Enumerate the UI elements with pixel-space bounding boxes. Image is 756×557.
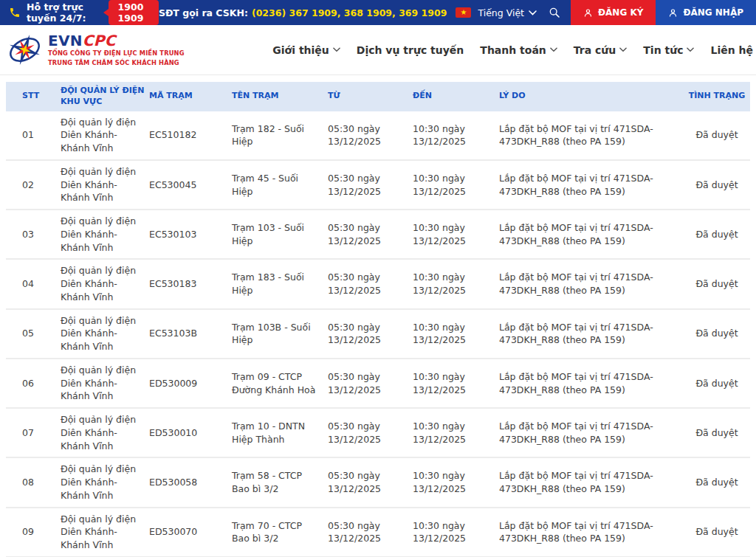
table-row: 04 Đội quản lý điện Diên Khánh-Khánh Vĩn…: [6, 260, 750, 309]
nav-item-label: Tra cứu: [574, 44, 616, 56]
outage-table: STT ĐỘI QUẢN LÝ ĐIỆN KHU VỰC MÃ TRẠM TÊN…: [6, 82, 750, 557]
col-header-reason: LÝ DO: [499, 87, 684, 105]
cell-team: Đội quản lý điện Diên Khánh-Khánh Vĩnh: [61, 413, 149, 452]
cell-station-code: EC530183: [149, 277, 232, 291]
cell-to: 10:30 ngày 13/12/2025: [413, 172, 499, 198]
cell-to: 10:30 ngày 13/12/2025: [413, 519, 499, 546]
cell-station-name: Trạm 103 - Suối Hiệp: [232, 221, 328, 248]
cell-to: 10:30 ngày 13/12/2025: [413, 122, 499, 149]
logo[interactable]: EVNCPC TỔNG CÔNG TY ĐIỆN LỰC MIỀN TRUNG …: [7, 32, 185, 67]
chevron-down-icon: [333, 47, 340, 52]
cell-station-code: EC530045: [149, 179, 232, 192]
cell-from: 05:30 ngày 13/12/2025: [328, 370, 413, 397]
nav-item-tin-tuc[interactable]: Tin tức: [643, 44, 694, 56]
nav-item-gioi-thieu[interactable]: Giới thiệu: [272, 44, 340, 56]
cell-from: 05:30 ngày 13/12/2025: [328, 469, 413, 496]
cell-from: 05:30 ngày 13/12/2025: [328, 321, 413, 347]
status-badge: Đã duyệt: [684, 476, 750, 489]
table-row: 03 Đội quản lý điện Diên Khánh-Khánh Vĩn…: [6, 210, 750, 260]
cell-team: Đội quản lý điện Diên Khánh-Khánh Vĩnh: [61, 264, 149, 303]
cell-station-name: Trạm 183 - Suối Hiệp: [232, 271, 328, 297]
col-header-from: TỪ: [328, 87, 413, 105]
register-button[interactable]: ĐĂNG KÝ: [571, 0, 656, 25]
cell-stt: 01: [22, 128, 61, 142]
nav-item-lien-he[interactable]: Liên hệ: [710, 44, 753, 56]
support-area: Hỗ trợ trực tuyến 24/7: 1900 1909: [9, 0, 159, 25]
support-label: Hỗ trợ trực tuyến 24/7:: [27, 1, 95, 24]
cell-station-name: Trạm 09 - CTCP Đường Khánh Hoà: [232, 370, 328, 397]
status-badge: Đã duyệt: [684, 277, 750, 291]
nav-item-label: Dịch vụ trực tuyến: [357, 44, 464, 56]
topbar: Hỗ trợ trực tuyến 24/7: 1900 1909 SĐT gọ…: [0, 0, 756, 25]
cell-team: Đội quản lý điện Diên Khánh-Khánh Vĩnh: [61, 215, 149, 254]
col-header-code: MÃ TRẠM: [149, 87, 232, 105]
cell-station-name: Trạm 58 - CTCP Bao bì 3/2: [232, 469, 328, 496]
cskh-info: SĐT gọi ra CSKH: (0236) 367 1909, 368 19…: [159, 7, 447, 18]
cell-reason: Lắp đặt bộ MOF tại vị trí 471SDA-473DKH_…: [499, 321, 684, 347]
chevron-down-icon: [619, 47, 627, 52]
cell-stt: 06: [22, 377, 61, 390]
main-nav: Giới thiệu Dịch vụ trực tuyến Thanh toán…: [272, 44, 756, 56]
search-icon[interactable]: [549, 7, 560, 18]
status-badge: Đã duyệt: [684, 525, 750, 539]
hotline-badge[interactable]: 1900 1909: [109, 0, 159, 25]
cskh-numbers: (0236) 367 1909, 368 1909, 369 1909: [252, 7, 447, 18]
cell-stt: 05: [22, 327, 61, 340]
cell-reason: Lắp đặt bộ MOF tại vị trí 471SDA-473DKH_…: [499, 271, 684, 297]
cell-team: Đội quản lý điện Diên Khánh-Khánh Vĩnh: [61, 463, 149, 502]
cell-station-name: Trạm 103B - Suối Hiệp: [232, 321, 328, 347]
cell-to: 10:30 ngày 13/12/2025: [413, 271, 499, 297]
language-selector[interactable]: Tiếng Việt: [478, 7, 537, 18]
cell-team: Đội quản lý điện Diên Khánh-Khánh Vĩnh: [61, 116, 149, 155]
table-row: 09 Đội quản lý điện Diên Khánh-Khánh Vĩn…: [6, 508, 750, 557]
nav-item-label: Liên hệ: [710, 44, 753, 56]
user-icon: [668, 8, 678, 18]
cell-to: 10:30 ngày 13/12/2025: [413, 469, 499, 496]
cell-station-code: EC510182: [149, 128, 232, 142]
table-row: 07 Đội quản lý điện Diên Khánh-Khánh Vĩn…: [6, 409, 750, 458]
site-header: EVNCPC TỔNG CÔNG TY ĐIỆN LỰC MIỀN TRUNG …: [0, 25, 756, 75]
table-row: 02 Đội quản lý điện Diên Khánh-Khánh Vĩn…: [6, 161, 750, 210]
cell-reason: Lắp đặt bộ MOF tại vị trí 471SDA-473DKH_…: [499, 221, 684, 248]
register-label: ĐĂNG KÝ: [598, 7, 643, 18]
nav-item-dich-vu-truc-tuyen[interactable]: Dịch vụ trực tuyến: [357, 44, 464, 56]
evn-logo-mark-icon: [7, 32, 42, 67]
cell-from: 05:30 ngày 13/12/2025: [328, 271, 413, 297]
table-body: 01 Đội quản lý điện Diên Khánh-Khánh Vĩn…: [6, 111, 750, 557]
cell-station-name: Trạm 182 - Suối Hiệp: [232, 122, 328, 149]
cell-stt: 07: [22, 426, 61, 440]
cell-reason: Lắp đặt bộ MOF tại vị trí 471SDA-473DKH_…: [499, 519, 684, 546]
cell-from: 05:30 ngày 13/12/2025: [328, 221, 413, 248]
cell-station-code: EC53103B: [149, 327, 232, 340]
brand-cpc: CPC: [83, 32, 116, 49]
user-icon: [583, 8, 593, 18]
cell-station-code: ED530070: [149, 525, 232, 539]
status-badge: Đã duyệt: [684, 228, 750, 241]
col-header-station: TÊN TRẠM: [232, 87, 328, 105]
cell-reason: Lắp đặt bộ MOF tại vị trí 471SDA-473DKH_…: [499, 420, 684, 446]
nav-item-thanh-toan[interactable]: Thanh toán: [480, 44, 557, 56]
cell-station-name: Trạm 10 - DNTN Hiệp Thành: [232, 420, 328, 446]
chevron-down-icon: [529, 10, 537, 15]
nav-item-label: Giới thiệu: [272, 44, 329, 56]
cell-reason: Lắp đặt bộ MOF tại vị trí 471SDA-473DKH_…: [499, 172, 684, 198]
vietnam-flag-icon[interactable]: ★: [456, 7, 471, 18]
nav-item-label: Tin tức: [643, 44, 683, 56]
cell-from: 05:30 ngày 13/12/2025: [328, 172, 413, 198]
cell-to: 10:30 ngày 13/12/2025: [413, 321, 499, 347]
cell-station-code: EC530103: [149, 228, 232, 241]
cell-team: Đội quản lý điện Diên Khánh-Khánh Vĩnh: [61, 165, 149, 204]
status-badge: Đã duyệt: [684, 377, 750, 390]
cell-station-name: Trạm 45 - Suối Hiệp: [232, 172, 328, 198]
nav-item-tra-cuu[interactable]: Tra cứu: [574, 44, 627, 56]
company-line-2: TRUNG TÂM CHĂM SÓC KHÁCH HÀNG: [48, 58, 185, 67]
status-badge: Đã duyệt: [684, 128, 750, 142]
cell-stt: 02: [22, 179, 61, 192]
login-label: ĐĂNG NHẬP: [683, 7, 743, 18]
brand-name: EVNCPC: [48, 32, 185, 49]
login-button[interactable]: ĐĂNG NHẬP: [656, 0, 756, 25]
col-header-team: ĐỘI QUẢN LÝ ĐIỆN KHU VỰC: [61, 82, 149, 111]
cell-station-code: ED530058: [149, 476, 232, 489]
phone-icon: [9, 7, 21, 18]
cell-stt: 04: [22, 277, 61, 291]
